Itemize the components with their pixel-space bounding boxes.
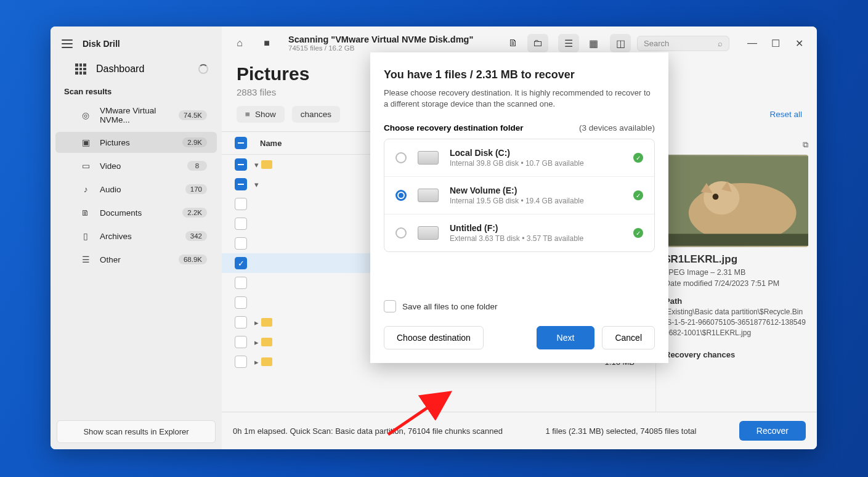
device-name: Local Disk (C:) — [450, 148, 622, 158]
pictures-icon: ▣ — [80, 137, 91, 148]
scan-results-header: Scan results — [51, 81, 222, 100]
chances-filter[interactable]: chances — [292, 106, 340, 123]
sidebar-item-other[interactable]: ☰ Other 68.9K — [55, 249, 217, 270]
modal-description: Please choose recovery destination. It i… — [384, 88, 655, 110]
preview-type: JPEG Image – 2.31 MB — [665, 268, 808, 277]
search-input[interactable]: Search ⌕ — [637, 36, 729, 51]
folder-icon — [261, 160, 272, 169]
row-checkbox[interactable]: ✓ — [235, 257, 247, 269]
device-name: New Volume (E:) — [450, 186, 622, 195]
sidebar-item-archives[interactable]: ▯ Archives 342 — [55, 226, 217, 247]
expand-icon[interactable]: ▸ — [251, 338, 261, 347]
expand-icon[interactable]: ▸ — [251, 318, 261, 327]
device-sub: Internal 39.8 GB disk • 10.7 GB availabl… — [450, 159, 622, 168]
radio-button[interactable] — [395, 190, 407, 201]
status-selected: 1 files (2.31 MB) selected, 74085 files … — [545, 426, 696, 436]
save-all-checkbox[interactable] — [384, 300, 396, 312]
sidebar-header: Disk Drill — [51, 26, 222, 57]
row-checkbox[interactable] — [235, 237, 247, 250]
cancel-button[interactable]: Cancel — [602, 326, 655, 349]
reset-all-link[interactable]: Reset all — [769, 110, 802, 119]
destination-option[interactable]: Untitled (F:)External 3.63 TB disk • 3.5… — [384, 214, 654, 251]
stop-button[interactable]: ■ — [256, 34, 277, 52]
preview-chances-label: Recovery chances — [665, 350, 808, 359]
sidebar-item-video[interactable]: ▭ Video 8 — [55, 155, 217, 176]
documents-icon: 🗎 — [80, 207, 91, 218]
radio-button[interactable] — [395, 227, 407, 238]
drive-icon — [418, 151, 439, 165]
destination-option[interactable]: Local Disk (C:)Internal 39.8 GB disk • 1… — [384, 139, 654, 177]
folder-icon[interactable]: 🗀 — [527, 34, 548, 52]
scan-status: Scanning "VMware Virtual NVMe Disk.dmg" … — [288, 35, 493, 52]
svg-point-3 — [713, 194, 719, 200]
expand-icon[interactable]: ▾ — [251, 160, 261, 169]
main-area: ⌂ ■ Scanning "VMware Virtual NVMe Disk.d… — [222, 26, 817, 449]
row-checkbox[interactable] — [235, 198, 247, 210]
grid-view-icon[interactable]: ▦ — [583, 34, 604, 52]
panel-toggle-icon[interactable]: ◫ — [610, 34, 631, 52]
next-button[interactable]: Next — [537, 326, 595, 349]
preview-filename: $R1LEKRL.jpg — [665, 253, 808, 266]
list-view-icon[interactable]: ☰ — [558, 34, 579, 52]
drive-icon — [418, 226, 439, 240]
preview-path-label: Path — [665, 296, 808, 306]
device-name: Untitled (F:) — [450, 223, 622, 233]
dashboard-icon — [75, 63, 86, 75]
preview-path: \Existing\Basic data partition\$Recycle.… — [665, 307, 808, 338]
folder-icon — [261, 338, 272, 346]
modal-title: You have 1 files / 2.31 MB to recover — [384, 68, 655, 81]
destination-option[interactable]: New Volume (E:)Internal 19.5 GB disk • 1… — [384, 177, 654, 214]
video-icon: ▭ — [80, 160, 91, 171]
home-button[interactable]: ⌂ — [229, 34, 250, 52]
sidebar-item-drive[interactable]: ◎ VMware Virtual NVMe... 74.5K — [55, 101, 217, 129]
check-icon: ✓ — [633, 228, 643, 238]
show-filter[interactable]: ≡ Show — [237, 106, 285, 123]
row-checkbox[interactable] — [235, 178, 247, 190]
recover-button[interactable]: Recover — [739, 421, 806, 441]
preview-image — [665, 155, 808, 247]
preview-modified: Date modified 7/24/2023 7:51 PM — [665, 279, 808, 288]
save-all-option[interactable]: Save all files to one folder — [384, 300, 655, 312]
row-checkbox[interactable] — [235, 316, 247, 328]
dashboard-label: Dashboard — [96, 63, 144, 75]
archives-icon: ▯ — [80, 230, 91, 242]
radio-button[interactable] — [395, 152, 407, 163]
show-in-explorer-button[interactable]: Show scan results in Explorer — [57, 420, 216, 443]
sliders-icon: ≡ — [245, 110, 250, 119]
row-checkbox[interactable] — [235, 277, 247, 289]
destination-list: Local Disk (C:)Internal 39.8 GB disk • 1… — [384, 139, 655, 252]
expand-icon[interactable]: ▾ — [251, 180, 261, 189]
choose-destination-button[interactable]: Choose destination — [384, 326, 484, 349]
drive-icon: ◎ — [80, 110, 91, 121]
row-checkbox[interactable] — [235, 336, 247, 348]
drive-icon — [418, 189, 439, 202]
menu-icon[interactable] — [62, 39, 73, 48]
check-icon: ✓ — [633, 153, 643, 163]
expand-icon[interactable]: ▸ — [251, 357, 261, 367]
other-icon: ☰ — [80, 254, 91, 265]
svg-point-2 — [704, 181, 739, 214]
app-window: Disk Drill Dashboard Scan results ◎ VMwa… — [51, 26, 817, 449]
recovery-destination-modal: You have 1 files / 2.31 MB to recover Pl… — [370, 52, 668, 363]
sidebar-dashboard[interactable]: Dashboard — [51, 57, 222, 81]
spinner-icon — [198, 64, 208, 74]
row-checkbox[interactable] — [235, 158, 247, 171]
svg-rect-4 — [665, 234, 808, 245]
minimize-button[interactable]: — — [742, 34, 763, 52]
sidebar-item-pictures[interactable]: ▣ Pictures 2.9K — [55, 132, 217, 153]
popout-icon[interactable]: ⧉ — [803, 140, 808, 150]
row-checkbox[interactable] — [235, 218, 247, 230]
sidebar-item-documents[interactable]: 🗎 Documents 2.2K — [55, 202, 217, 223]
status-elapsed: 0h 1m elapsed. Quick Scan: Basic data pa… — [233, 426, 503, 436]
device-sub: External 3.63 TB disk • 3.57 TB availabl… — [450, 234, 622, 243]
row-checkbox[interactable] — [235, 356, 247, 368]
sidebar-item-audio[interactable]: ♪ Audio 170 — [55, 179, 217, 200]
search-icon: ⌕ — [718, 39, 723, 48]
select-all-checkbox[interactable] — [235, 137, 247, 149]
close-button[interactable]: ✕ — [789, 34, 809, 52]
app-title: Disk Drill — [83, 39, 120, 49]
maximize-button[interactable]: ☐ — [765, 34, 786, 52]
row-checkbox[interactable] — [235, 296, 247, 309]
folder-icon — [261, 318, 272, 327]
file-icon[interactable]: 🗎 — [503, 34, 524, 52]
